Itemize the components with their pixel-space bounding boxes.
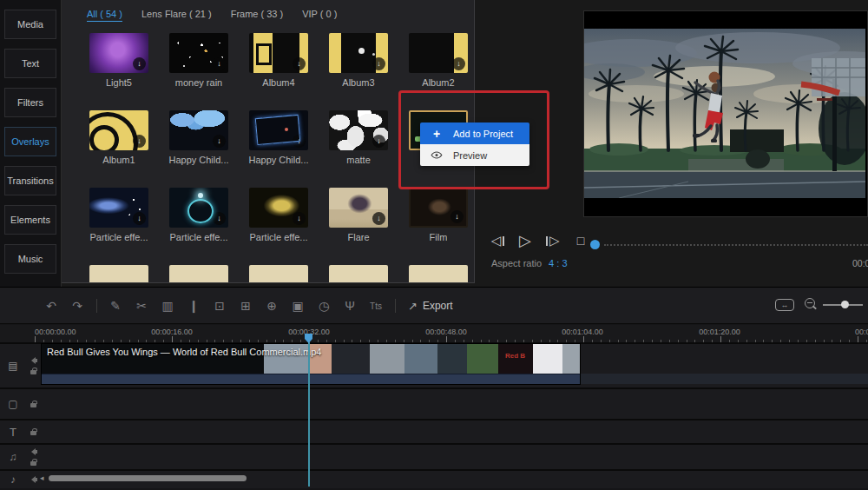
marker-icon[interactable]: ❙ [181,299,207,313]
speaker-icon[interactable] [30,357,37,364]
download-icon[interactable]: ↓ [293,212,306,225]
overlay-thumbnail-money-rain[interactable]: ↓ [169,33,228,73]
download-icon[interactable]: ↓ [213,135,226,148]
download-icon[interactable]: ↓ [372,135,385,148]
sidebar-item-elements[interactable]: Elements [4,205,56,235]
play-button[interactable]: ▷ [516,232,535,249]
redo-icon[interactable]: ↷ [64,299,90,313]
sidebar-item-text[interactable]: Text [4,49,56,78]
overlay-thumbnail-particle-effe[interactable]: ↓ [89,188,148,228]
duration-icon[interactable]: ◷ [311,299,337,313]
overlay-thumbnail-particle-effe[interactable]: ↓ [249,188,308,228]
download-icon[interactable]: ↓ [293,135,306,148]
sidebar-item-media[interactable]: Media [4,10,56,39]
aspect-ratio-value[interactable]: 4 : 3 [549,258,567,268]
zoom-out-icon[interactable] [805,298,815,308]
overlay-thumbnail-item[interactable] [409,265,468,283]
tab-lens-flare[interactable]: Lens Flare ( 21 ) [141,9,212,22]
clip-frame [437,344,467,374]
voiceover-icon[interactable]: Ψ [337,299,363,313]
previous-frame-button[interactable]: ◁ [488,232,507,249]
download-icon[interactable]: ↓ [293,57,306,70]
edit-icon[interactable]: ✎ [102,299,128,313]
library-cell [79,258,159,283]
overlay-thumbnail-album4[interactable]: ↓ [249,33,308,73]
clip-frame [533,344,562,374]
undo-icon[interactable]: ↶ [38,299,64,313]
text-to-speech-icon[interactable]: Tts [363,301,389,311]
download-icon[interactable]: ↓ [133,212,146,225]
fit-to-timeline-button[interactable]: ↔ [775,299,794,311]
preview-timecode: 00:0 [852,258,868,268]
download-icon[interactable]: ↓ [133,135,146,148]
scroll-left-arrow[interactable]: ◂ [40,473,44,482]
overlay-thumbnail-happy-child[interactable]: ↓ [249,110,308,150]
context-menu-label: Preview [453,150,487,161]
delete-icon[interactable]: ▥ [155,299,181,313]
overlay-thumbnail-album2[interactable]: ↓ [409,33,468,73]
download-icon[interactable]: ↓ [213,212,226,225]
zoom-icon[interactable]: ⊞ [233,299,259,313]
music-track-lane: ♫ [0,443,868,469]
text-track-controls [26,420,41,443]
next-frame-button[interactable]: ▷ [543,232,562,249]
lock-icon[interactable] [30,403,36,407]
overlay-track-controls [26,389,41,419]
download-icon[interactable]: ↓ [372,212,385,225]
sidebar-item-overlays[interactable]: Overlays [4,127,56,156]
sidebar-item-music[interactable]: Music [4,244,56,274]
overlay-thumbnail-item[interactable] [329,265,388,283]
overlay-thumbnail-item[interactable] [169,265,228,283]
speaker-icon[interactable] [30,448,37,455]
clip-frame [562,344,580,374]
stop-button[interactable]: □ [571,232,590,249]
library-cell: ↓Film [398,181,475,258]
library-cell: ↓Happy Child... [159,103,239,181]
sidebar-item-transitions[interactable]: Transitions [4,166,56,195]
timeline-video-clip[interactable]: Red Bull Gives You Wings — World of Red … [42,344,580,384]
overlay-thumbnail-item[interactable] [89,265,148,283]
lock-icon[interactable] [30,370,36,374]
context-menu-item-preview[interactable]: Preview [420,144,529,166]
overlay-thumbnail-matte[interactable]: ↓ [329,110,388,150]
timeline-ruler[interactable]: 00:00:00.0000:00:16.0000:00:32.0000:00:4… [0,325,868,343]
tab-frame[interactable]: Frame ( 33 ) [231,9,284,22]
context-menu-item-add-to-project[interactable]: +Add to Project [420,122,529,144]
overlay-thumbnail-particle-effe[interactable]: ↓ [169,188,228,228]
horizontal-scrollbar[interactable] [49,475,247,481]
playhead-line [308,342,310,487]
ruler-timestamp: 00:01:20.00 [699,328,740,336]
overlay-thumbnail-album1[interactable]: ↓ [89,110,148,150]
split-icon[interactable]: ✂ [128,299,155,313]
seek-bar[interactable] [604,244,868,246]
overlay-thumbnail-film[interactable]: ↓ [409,188,468,228]
seek-handle[interactable] [590,240,600,249]
preview-video-frame [584,29,865,198]
lock-icon[interactable] [30,431,36,435]
context-menu-label: Add to Project [453,129,513,139]
download-icon[interactable]: ↓ [450,210,464,223]
video-preview[interactable] [583,10,868,217]
overlay-thumbnail-light5[interactable]: ↓ [89,33,148,73]
tab-all[interactable]: All ( 54 ) [87,9,122,22]
lock-icon[interactable] [30,461,36,466]
download-icon[interactable]: ↓ [133,57,146,70]
speaker-icon[interactable] [30,476,37,483]
crop-icon[interactable]: ⊡ [207,299,233,313]
timeline-zoom-handle[interactable] [841,301,849,308]
freeze-frame-icon[interactable]: ▣ [285,299,311,313]
overlay-thumbnail-item[interactable] [249,265,308,283]
ruler-tick [172,336,173,342]
overlay-thumbnail-album3[interactable]: ↓ [329,33,388,73]
download-icon[interactable]: ↓ [452,57,465,70]
download-icon[interactable]: ↓ [213,57,226,70]
clip-frame-text: Red B [505,352,525,360]
sidebar-item-filters[interactable]: Filters [4,88,56,117]
position-icon[interactable]: ⊕ [259,299,285,313]
tab-vip[interactable]: VIP ( 0 ) [302,9,337,22]
download-icon[interactable]: ↓ [372,57,385,70]
clip-audio-strip [42,374,580,384]
overlay-thumbnail-flare[interactable]: ↓ [329,188,388,228]
overlay-thumbnail-happy-child[interactable]: ↓ [169,110,228,150]
export-button[interactable]: ↗Export [408,300,453,313]
